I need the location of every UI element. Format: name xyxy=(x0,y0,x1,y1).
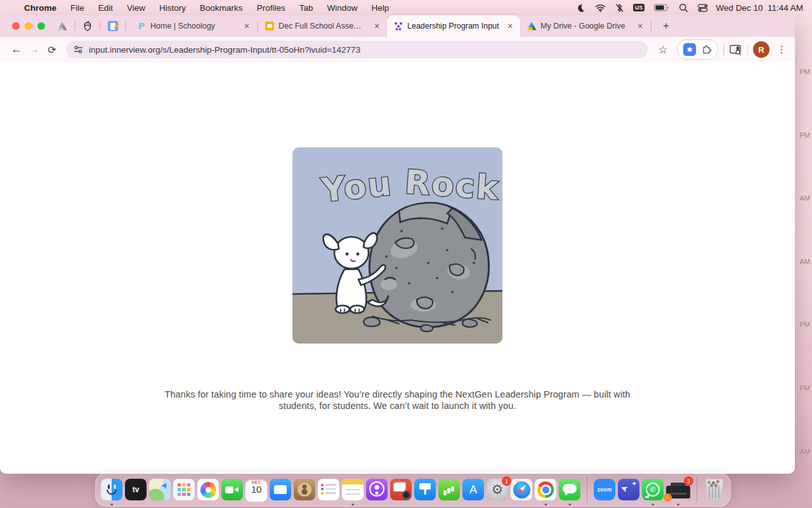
menu-kebab-icon[interactable] xyxy=(775,41,789,58)
tab-separator xyxy=(125,22,126,30)
battery-icon[interactable] xyxy=(654,4,669,11)
dock-item-trash[interactable] xyxy=(704,479,725,500)
close-tab-icon[interactable] xyxy=(242,21,252,31)
dock-item-finder[interactable] xyxy=(101,479,122,500)
app-menu-chrome[interactable]: Chrome xyxy=(24,3,56,13)
dock-item-launchpad[interactable] xyxy=(173,479,195,500)
dock-item-notes[interactable] xyxy=(342,479,363,500)
photo-booth-icon xyxy=(390,479,412,500)
zoom-window-button[interactable] xyxy=(37,22,45,30)
dock: tv DEC 10 A ⚙ 1 zoom ✆ ~ xyxy=(95,472,731,507)
menu-item[interactable]: View xyxy=(127,3,145,13)
calendar-day: 10 xyxy=(246,485,267,495)
url-text[interactable]: input.innerview.org/s/Leadership-Program… xyxy=(89,45,360,55)
control-center-icon[interactable] xyxy=(698,4,708,12)
spotlight-search-icon[interactable] xyxy=(679,3,688,13)
tab-leadership-program-input-active[interactable]: Leadership Program Input xyxy=(387,15,520,37)
dock-item-podcasts[interactable] xyxy=(366,479,388,500)
bookmark-star-icon[interactable] xyxy=(654,41,672,58)
dock-item-mail[interactable] xyxy=(270,479,291,500)
dock-item-messages[interactable] xyxy=(559,479,580,500)
minimize-window-button[interactable] xyxy=(25,22,32,30)
dock-item-chrome[interactable] xyxy=(535,479,556,500)
menu-item[interactable]: History xyxy=(159,3,186,13)
menubar-clock[interactable]: Wed Dec 10 11:44 AM xyxy=(716,3,803,13)
menu-item[interactable]: Tab xyxy=(299,3,313,13)
dock-item-maps[interactable] xyxy=(149,479,171,500)
back-button[interactable] xyxy=(8,41,25,58)
dock-item-photos[interactable] xyxy=(197,479,219,500)
dock-item-calendar[interactable]: DEC 10 xyxy=(246,478,267,502)
dock-item-whatsapp[interactable]: ✆ xyxy=(642,479,664,500)
menu-item[interactable]: Help xyxy=(371,3,389,13)
reload-button[interactable] xyxy=(43,41,61,58)
blue-extension-icon[interactable] xyxy=(683,43,696,56)
mail-icon xyxy=(270,479,291,500)
desktop-file-label[interactable]: AM xyxy=(800,258,811,265)
pinned-tab-notes[interactable] xyxy=(105,15,121,37)
tab-google-drive[interactable]: My Drive - Google Drive xyxy=(520,15,650,37)
address-bar[interactable]: input.innerview.org/s/Leadership-Program… xyxy=(66,41,648,58)
tab-separator xyxy=(650,22,652,31)
dock-item-numbers[interactable] xyxy=(438,479,460,500)
dock-item-reminders[interactable] xyxy=(318,479,339,500)
close-tab-icon[interactable] xyxy=(635,21,645,31)
desktop-file-label[interactable]: PM xyxy=(800,68,811,76)
pinned-tab-google-drive[interactable] xyxy=(54,15,70,37)
menu-item[interactable]: Bookmarks xyxy=(200,3,243,13)
menu-bar: Chrome FileEditViewHistoryBookmarksProfi… xyxy=(0,0,812,15)
keynote-icon xyxy=(414,479,436,500)
dock-item-keynote[interactable] xyxy=(414,479,436,500)
menu-item[interactable]: Window xyxy=(327,3,357,13)
dock-item-appstore[interactable]: A xyxy=(462,479,484,500)
extensions-puzzle-icon[interactable] xyxy=(701,44,712,55)
dock-item-contacts[interactable] xyxy=(294,479,315,500)
dock-item-facetime[interactable] xyxy=(221,479,243,500)
tab-strip: P Home | Schoology Dec Full School Assem… xyxy=(0,15,795,37)
close-tab-icon[interactable] xyxy=(505,21,515,31)
dock-item-photobooth[interactable] xyxy=(390,479,412,500)
desktop-file-label[interactable]: AM xyxy=(800,448,811,455)
tab-slides-assembly[interactable]: Dec Full School Assembly - G xyxy=(258,15,387,37)
google-drive-gray-icon xyxy=(58,22,67,30)
site-info-tune-icon[interactable] xyxy=(74,45,83,54)
dock-item-safari[interactable] xyxy=(511,479,532,500)
side-panel-search-icon[interactable] xyxy=(730,44,742,55)
dock-item-cursor-app[interactable] xyxy=(618,479,639,500)
message-line-1: Thanks for taking time to share your ide… xyxy=(0,389,795,400)
close-window-button[interactable] xyxy=(12,22,20,30)
desktop-file-label[interactable]: PM xyxy=(800,384,811,392)
new-tab-button[interactable]: + xyxy=(655,15,677,37)
dock-item-printer[interactable]: ~ 3 xyxy=(666,479,690,500)
safari-compass-icon xyxy=(511,479,532,500)
tab-schoology[interactable]: P Home | Schoology xyxy=(130,15,257,37)
dock-item-tv[interactable]: tv xyxy=(125,479,147,500)
menu-item[interactable]: File xyxy=(70,3,84,13)
pinned-tab-acorn[interactable] xyxy=(79,15,96,37)
browser-window: P Home | Schoology Dec Full School Assem… xyxy=(0,15,795,474)
facetime-icon xyxy=(221,479,243,500)
desktop-file-label[interactable]: PM xyxy=(800,131,811,139)
pinned-tabs xyxy=(54,15,130,37)
wifi-icon[interactable] xyxy=(595,4,606,12)
printer-orange-status-icon: ~ xyxy=(664,493,672,502)
forward-button[interactable] xyxy=(25,41,43,58)
dock-item-settings[interactable]: ⚙ 1 xyxy=(487,479,508,500)
dock-item-zoom[interactable]: zoom xyxy=(594,479,615,500)
desktop-file-label[interactable]: AM xyxy=(800,194,811,202)
dock-separator xyxy=(697,477,697,502)
close-tab-icon[interactable] xyxy=(372,21,382,31)
toolbar-separator xyxy=(747,44,749,55)
browser-toolbar: input.innerview.org/s/Leadership-Program… xyxy=(0,37,795,62)
message-line-2: students, for students. We can’t wait to… xyxy=(0,400,795,411)
menu-item[interactable]: Profiles xyxy=(257,3,285,13)
maps-icon xyxy=(149,479,171,500)
profile-avatar[interactable]: R xyxy=(753,41,769,58)
focus-moon-icon[interactable] xyxy=(576,3,586,13)
chrome-icon xyxy=(535,479,556,500)
bluetooth-off-icon[interactable] xyxy=(615,3,624,13)
menu-item[interactable]: Edit xyxy=(98,3,113,13)
messages-bubble-icon xyxy=(559,479,580,500)
desktop-file-label[interactable]: PM xyxy=(800,321,811,328)
keyboard-layout-badge[interactable]: US xyxy=(633,4,645,12)
